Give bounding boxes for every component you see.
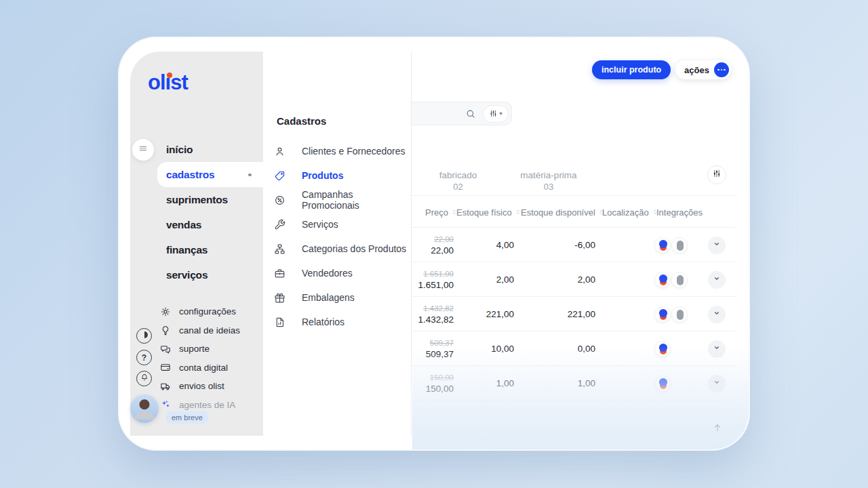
report-icon xyxy=(274,317,285,328)
sidebar-item-label: vendas xyxy=(166,219,201,231)
flyout-item-label: Serviços xyxy=(302,219,338,230)
physical-stock-cell: 2,00 xyxy=(459,262,514,297)
contrast-toggle-button[interactable] xyxy=(136,328,152,344)
person-icon xyxy=(274,146,285,157)
table-row[interactable]: 509,37509,3710,000,00 xyxy=(412,331,735,366)
row-expand-button[interactable] xyxy=(708,375,726,392)
gear-icon xyxy=(160,306,171,317)
include-product-button[interactable]: incluir produto xyxy=(592,60,671,79)
table-row[interactable]: 22,0022,004,00-6,00 xyxy=(412,228,735,262)
hamburger-icon xyxy=(138,143,149,157)
physical-stock-cell: 221,00 xyxy=(459,297,514,331)
sidebar-item-label: agentes de IA xyxy=(179,400,235,410)
question-mark-icon: ? xyxy=(142,354,146,362)
table-row[interactable]: 1.651,001.651,002,002,00 xyxy=(412,262,735,297)
sidebar-item-configuracoes[interactable]: configurações xyxy=(130,302,263,321)
column-header-estoque-disponivel[interactable]: Estoque disponível xyxy=(521,196,605,228)
sidebar-item-suprimentos[interactable]: suprimentos xyxy=(130,187,263,212)
user-avatar[interactable] xyxy=(130,394,159,423)
chat-icon xyxy=(160,344,171,354)
sidebar-item-label: suprimentos xyxy=(166,194,228,206)
flyout-item-label: Embalagens xyxy=(302,292,355,303)
integrations-cell xyxy=(654,306,688,323)
hamburger-menu-button[interactable] xyxy=(132,139,154,161)
table-filter-button[interactable] xyxy=(707,165,726,184)
search-filter-button[interactable]: ▾ xyxy=(483,105,509,123)
available-stock-cell: 2,00 xyxy=(540,262,595,297)
column-label: Localização xyxy=(602,207,649,218)
flyout-title: Cadastros xyxy=(277,115,326,127)
actions-button[interactable]: ações xyxy=(675,60,731,79)
current-price: 1.651,00 xyxy=(412,279,454,291)
flyout-item-clientes-e-fornecedores[interactable]: Clientes e Fornecedores xyxy=(263,139,411,163)
help-button[interactable]: ? xyxy=(136,350,152,365)
row-expand-button[interactable] xyxy=(708,271,726,289)
arrow-up-icon xyxy=(712,425,723,435)
sliders-icon xyxy=(489,109,498,118)
flyout-item-relatorios[interactable]: Relatórios xyxy=(263,310,411,334)
caret-down-icon: ▾ xyxy=(499,111,502,117)
bell-icon xyxy=(140,373,149,385)
notifications-bell-button[interactable] xyxy=(136,371,152,386)
flyout-item-embalagens[interactable]: Embalagens xyxy=(263,285,411,310)
app-window: incluir produto ações ▾ fabricado02matér… xyxy=(119,38,749,449)
sidebar-item-label: canal de ideias xyxy=(179,325,240,336)
table-header: PreçoEstoque físicoEstoque disponívelLoc… xyxy=(412,195,735,228)
flyout-item-label: Produtos xyxy=(302,170,343,181)
gray-logo xyxy=(671,306,688,323)
flyout-item-categorias-dos-produtos[interactable]: Categorias dos Produtos xyxy=(263,237,411,261)
price-cell: 1.651,001.651,00 xyxy=(412,268,454,291)
available-stock-cell: -6,00 xyxy=(540,228,595,262)
tab-fabricado[interactable]: fabricado02 xyxy=(412,164,505,192)
column-header-estoque-fisico[interactable]: Estoque físico xyxy=(456,196,521,228)
flyout-item-campanhas-promocionais[interactable]: Campanhas Promocionais xyxy=(263,188,411,212)
flyout-item-label: Campanhas Promocionais xyxy=(302,189,411,211)
flyout-item-servicos[interactable]: Serviços xyxy=(263,212,411,237)
flyout-item-produtos[interactable]: Produtos xyxy=(263,163,411,188)
sidebar-item-servicos[interactable]: serviços xyxy=(130,262,263,287)
integrations-cell xyxy=(654,237,688,253)
row-expand-button[interactable] xyxy=(708,306,726,323)
physical-stock-cell: 10,00 xyxy=(459,331,514,366)
available-stock-cell: 0,00 xyxy=(540,331,595,366)
tab-label: fabricado xyxy=(412,169,505,181)
product-type-tabs: fabricado02matéria-prima03 xyxy=(412,164,593,192)
tiny-logo xyxy=(654,341,671,357)
list-price-strikethrough: 1.651,00 xyxy=(412,268,454,279)
sidebar-item-cadastros[interactable]: cadastros xyxy=(130,162,263,187)
column-header-preco[interactable]: Preço xyxy=(425,196,458,228)
current-price: 22,00 xyxy=(412,245,454,256)
column-label: Estoque físico xyxy=(456,207,512,218)
tab-count: 03 xyxy=(505,181,593,192)
avatar-photo xyxy=(130,394,159,423)
tiny-logo xyxy=(654,306,671,323)
list-price-strikethrough: 509,37 xyxy=(412,338,454,348)
sidebar-item-label: configurações xyxy=(179,306,236,317)
sidebar-item-vendas[interactable]: vendas xyxy=(130,212,263,237)
briefcase-icon xyxy=(274,268,285,279)
wrench-icon xyxy=(274,219,285,230)
table-row[interactable]: 150,00150,001,001,00 xyxy=(412,366,735,401)
price-cell: 22,0022,00 xyxy=(412,234,454,256)
column-header-localizacao[interactable]: Localização xyxy=(602,196,658,228)
tag-icon xyxy=(274,170,285,182)
column-label: Estoque disponível xyxy=(521,207,595,218)
physical-stock-cell: 4,00 xyxy=(459,228,514,262)
flyout-item-vendedores[interactable]: Vendedores xyxy=(263,261,411,285)
list-price-strikethrough: 150,00 xyxy=(412,372,454,383)
chevron-down-icon xyxy=(713,309,721,319)
table-row[interactable]: 1.432,821.432,82221,00221,00 xyxy=(412,297,735,331)
column-label: Integrações xyxy=(656,207,703,218)
integrations-cell xyxy=(654,375,671,392)
row-expand-button[interactable] xyxy=(708,340,726,358)
sidebar-item-financas[interactable]: finanças xyxy=(130,237,263,262)
sidebar-item-label: serviços xyxy=(166,269,208,281)
tiny-logo xyxy=(654,237,671,253)
cadastros-flyout-panel: Cadastros Clientes e FornecedoresProduto… xyxy=(263,52,412,436)
current-price: 150,00 xyxy=(412,383,454,394)
tab-materia-prima[interactable]: matéria-prima03 xyxy=(505,164,593,192)
scroll-top-button[interactable] xyxy=(711,422,724,435)
tiny-logo xyxy=(654,272,671,288)
column-header-integracoes: Integrações xyxy=(656,196,703,228)
row-expand-button[interactable] xyxy=(708,237,726,254)
